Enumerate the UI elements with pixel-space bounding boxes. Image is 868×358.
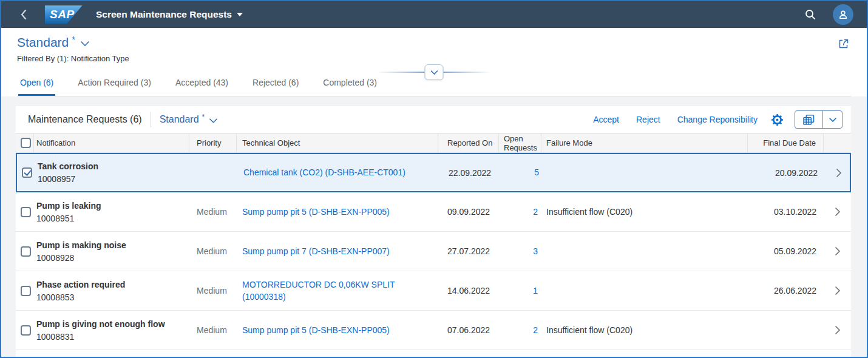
- tab-rejected[interactable]: Rejected (6): [251, 71, 300, 96]
- notification-id: 10008853: [36, 292, 185, 302]
- notification-title: Pump is making noise: [36, 240, 185, 250]
- row-checkbox[interactable]: [21, 207, 31, 217]
- table-settings-button[interactable]: [771, 113, 784, 126]
- maintenance-requests-table: Maintenance Requests (6) Standard* Accep…: [16, 106, 851, 357]
- share-icon: [838, 38, 850, 50]
- row-checkbox[interactable]: [21, 286, 31, 296]
- technical-object-link[interactable]: Sump pump pit 5 (D-SHB-EXN-PP005): [242, 325, 390, 335]
- collapse-line-left: [378, 72, 425, 73]
- notification-title: Pump is leaking: [36, 201, 185, 211]
- column-header-open-requests[interactable]: Open Requests: [499, 133, 541, 152]
- column-header-failure-mode[interactable]: Failure Mode: [541, 133, 748, 152]
- page-header: Standard* Filtered By (1): Notification …: [1, 28, 867, 96]
- share-button[interactable]: [838, 38, 850, 52]
- filter-summary: Filtered By (1): Notification Type: [17, 54, 851, 63]
- table-title: Maintenance Requests (6): [28, 114, 142, 125]
- row-checkbox[interactable]: [21, 325, 31, 336]
- row-chevron-icon[interactable]: [835, 208, 840, 216]
- technical-object-link[interactable]: Sump pump pit 7 (D-SHB-EXN-PP007): [242, 246, 390, 256]
- open-requests-link[interactable]: 5: [534, 166, 539, 178]
- final-due-date-value: 26.06.2022: [748, 286, 824, 296]
- notification-title: Tank corrosion: [38, 161, 186, 171]
- final-due-date-value: 03.10.2022: [748, 207, 824, 217]
- back-button[interactable]: [16, 5, 32, 24]
- select-all-checkbox[interactable]: [21, 138, 31, 148]
- person-icon: [837, 8, 849, 21]
- sap-logo[interactable]: SAP: [45, 5, 83, 24]
- reported-on-value: 27.07.2022: [438, 246, 499, 256]
- notification-id: 10008831: [36, 332, 185, 342]
- table-row[interactable]: Pump is making noise 10008928 Medium Sum…: [16, 232, 851, 271]
- row-chevron-icon[interactable]: [835, 326, 840, 334]
- user-avatar[interactable]: [833, 4, 853, 25]
- back-icon: [20, 9, 27, 20]
- export-button[interactable]: [795, 111, 822, 128]
- open-requests-link[interactable]: 2: [533, 324, 538, 336]
- reported-on-value: 14.06.2022: [438, 286, 499, 296]
- table-row[interactable]: Pump is giving not enough flow 10008831 …: [16, 311, 851, 350]
- page-content: Maintenance Requests (6) Standard* Accep…: [1, 96, 867, 357]
- collapse-chevron-icon: [430, 70, 438, 75]
- search-button[interactable]: [801, 5, 819, 24]
- variant-selector[interactable]: Standard*: [17, 35, 851, 50]
- export-menu-button[interactable]: [823, 111, 842, 128]
- final-due-date-value: 20.09.2022: [749, 168, 825, 178]
- table-variant-name: Standard: [160, 114, 199, 125]
- column-header-final-due-date[interactable]: Final Due Date: [748, 133, 824, 152]
- technical-object-link[interactable]: Sump pump pit 5 (D-SHB-EXN-PP005): [242, 207, 390, 217]
- priority-value: Medium: [189, 246, 237, 256]
- search-icon: [804, 8, 816, 21]
- export-caret-icon: [829, 118, 836, 122]
- app-window: SAP Screen Maintenance Requests Standard…: [0, 0, 868, 358]
- row-checkbox[interactable]: [22, 167, 32, 178]
- technical-object-link[interactable]: Chemical tank (CO2) (D-SHB-AEE-CT001): [243, 167, 405, 177]
- change-responsibility-button[interactable]: Change Reponsibility: [677, 115, 758, 124]
- variant-modified-marker: *: [72, 35, 75, 44]
- toolbar-divider: [151, 112, 151, 127]
- collapse-line-right: [444, 72, 491, 73]
- table-row[interactable]: Pump is leaking 10008951 Medium Sump pum…: [16, 192, 851, 232]
- table-variant-selector[interactable]: Standard*: [160, 114, 218, 125]
- priority-value: Medium: [189, 325, 237, 335]
- app-title-caret-icon: [237, 13, 243, 16]
- table-toolbar: Maintenance Requests (6) Standard* Accep…: [16, 106, 851, 133]
- column-header-priority[interactable]: Priority: [189, 133, 237, 152]
- technical-object-link[interactable]: MOTORREDUCTOR DC 0,06KW SPLIT (10000318): [242, 280, 395, 302]
- column-header-reported-on[interactable]: Reported On: [438, 133, 499, 152]
- row-chevron-icon[interactable]: [836, 169, 841, 177]
- sap-logo-text: SAP: [50, 8, 75, 21]
- reject-button[interactable]: Reject: [636, 115, 660, 124]
- table-header-row: Notification Priority Technical Object R…: [16, 133, 851, 153]
- tab-accepted[interactable]: Accepted (43): [174, 71, 230, 96]
- export-table-icon: [802, 114, 815, 126]
- failure-mode-value: Insufficient flow (C020): [541, 207, 748, 217]
- variant-name: Standard: [17, 35, 69, 50]
- app-title-menu[interactable]: Screen Maintenance Requests: [96, 9, 243, 20]
- failure-mode-value: Insufficient flow (C020): [541, 325, 748, 335]
- reported-on-value: 07.06.2022: [438, 325, 499, 335]
- table-row[interactable]: Tank corrosion 10008957 Chemical tank (C…: [16, 153, 851, 192]
- row-checkbox[interactable]: [21, 246, 31, 257]
- column-header-technical-object[interactable]: Technical Object: [237, 133, 438, 152]
- toolbar-actions: Accept Reject Change Reponsibility: [576, 110, 843, 129]
- open-requests-link[interactable]: 1: [533, 285, 538, 297]
- reported-on-value: 22.09.2022: [439, 168, 500, 178]
- open-requests-link[interactable]: 2: [533, 206, 538, 218]
- gear-icon: [771, 113, 784, 126]
- row-chevron-icon[interactable]: [835, 247, 840, 255]
- notification-id: 10008928: [36, 253, 185, 263]
- priority-value: Medium: [189, 207, 237, 217]
- priority-value: Medium: [189, 286, 237, 296]
- notification-title: Phase action required: [36, 280, 185, 289]
- export-split-button: [795, 110, 843, 129]
- column-header-notification[interactable]: Notification: [34, 133, 189, 152]
- tab-open[interactable]: Open (6): [18, 71, 55, 96]
- shell-bar: SAP Screen Maintenance Requests: [1, 1, 867, 28]
- table-row[interactable]: Phase action required 10008853 Medium MO…: [16, 271, 851, 311]
- open-requests-link[interactable]: 3: [533, 245, 538, 257]
- row-chevron-icon[interactable]: [835, 286, 840, 295]
- accept-button[interactable]: Accept: [593, 115, 619, 124]
- collapse-header-button[interactable]: [425, 64, 444, 80]
- tab-action-required[interactable]: Action Required (3): [76, 71, 153, 96]
- tab-completed[interactable]: Completed (3): [321, 71, 379, 96]
